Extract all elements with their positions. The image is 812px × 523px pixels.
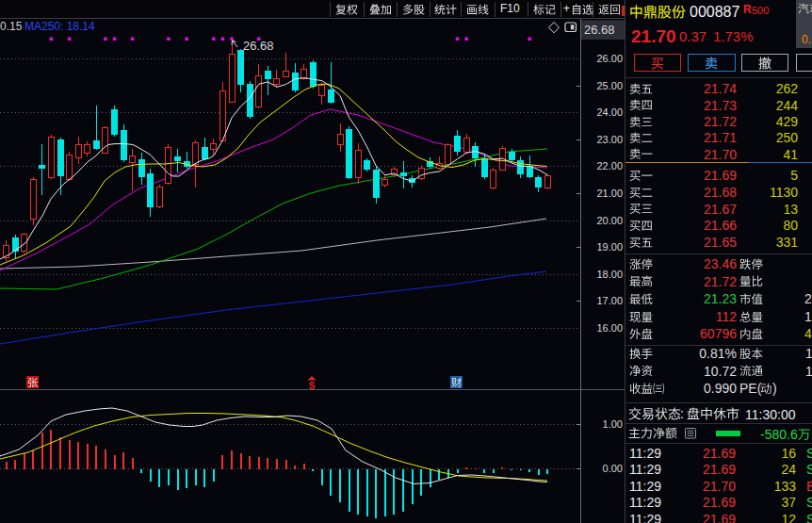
svg-text:S: S bbox=[309, 381, 316, 391]
